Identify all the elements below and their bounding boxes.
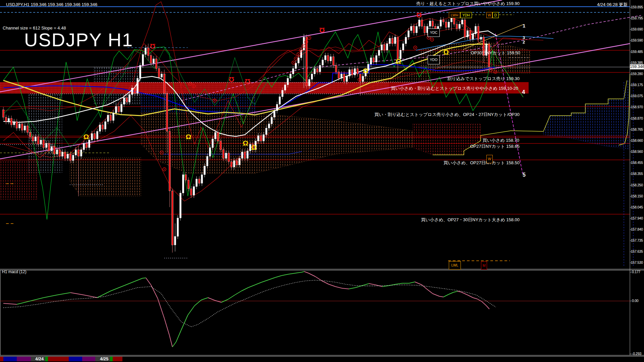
price-axis-label[interactable]: 158.355 (631, 172, 643, 176)
omega-marker-yellow: Ω (363, 67, 369, 74)
page-title: USDJPY H1 (24, 29, 133, 51)
omega-marker-red: Ω (150, 43, 156, 50)
omega-marker-yellow: Ω (396, 57, 401, 65)
price-axis-label[interactable]: 157.530 (631, 260, 643, 265)
price-axis-label[interactable]: 158.970 (631, 105, 643, 109)
chart-canvas[interactable]: ΩΩΩΩΩΩΩΩΩΩΩΩ (0, 0, 644, 362)
wave-numeral-4: 4 (522, 89, 525, 96)
object-label-w: W (486, 155, 493, 163)
ichimoku-cloud-blue (543, 80, 629, 149)
price-axis-label[interactable]: 157.735 (631, 238, 643, 243)
object-label-ydh: YDH (460, 12, 472, 18)
ichimoku-cloud-red (0, 161, 37, 199)
price-axis-label[interactable]: 159.075 (631, 94, 643, 98)
timeline-date-label: 4/24 (35, 357, 44, 361)
annotation-buy-15850: 買い小さめ、OP27日NYカット 158.50 (443, 160, 520, 166)
price-axis-label[interactable]: 158.660 (631, 138, 643, 143)
object-label-ydc: YDC (428, 28, 440, 37)
object-label-lwh: LWH (449, 12, 460, 18)
annotation-band-1591020: 買い小さめ・割り込むとストップロス売りやや小さめ 159.10-20 (391, 86, 518, 91)
macd-axis-label[interactable]: -0.293 (632, 352, 641, 356)
price-axis-label[interactable]: 159.590 (631, 38, 643, 43)
omega-marker-red: Ω (245, 78, 251, 85)
ichimoku-cloud-orange (141, 113, 413, 173)
price-axis-label[interactable]: 157.635 (631, 249, 643, 254)
macd-title: H1 macd (12) (2, 269, 26, 274)
timeline-segment (0, 357, 3, 361)
object-label-d: D (492, 12, 499, 18)
omega-marker-yellow: Ω (243, 139, 249, 147)
timeline-segment (110, 357, 113, 361)
timeline-segment (17, 357, 31, 361)
omega-marker-red: Ω (319, 26, 325, 34)
price-axis-label[interactable]: 159.175 (631, 83, 643, 87)
annotation-buy-15870: 買い小さめ 158.70 (483, 138, 519, 143)
wave-numeral-1: 1 (523, 23, 525, 28)
price-axis-label[interactable]: 158.765 (631, 127, 643, 132)
timeline-segment (3, 357, 17, 361)
price-axis-label[interactable]: 158.150 (631, 194, 643, 198)
price-axis-label[interactable]: 158.045 (631, 205, 643, 209)
object-label-w: W (486, 12, 492, 18)
price-axis-label[interactable]: 157.940 (631, 216, 643, 221)
price-axis-label[interactable]: 158.560 (631, 149, 643, 154)
omega-marker-yellow: Ω (251, 143, 257, 151)
timeline-segment (48, 357, 69, 361)
timeline-segment (122, 357, 630, 361)
price-axis-label[interactable]: 157.840 (631, 227, 643, 232)
macd-axis-label[interactable]: 0.177 (632, 270, 640, 274)
object-label-m: M (481, 261, 487, 269)
price-axis-label[interactable]: 158.455 (631, 161, 643, 165)
wave-numeral-2: 2 (523, 40, 525, 45)
annotation-sell-above: 売り・超えるとストップロス買いやや小さめ 159.90 (416, 1, 520, 6)
macd-line (3, 272, 489, 347)
updated-timestamp: 4/24 06:28 更新 (597, 2, 628, 8)
timeline-segment (82, 357, 95, 361)
symbol-info-line: USDJPY,H1 159.346 159.346 159.346 159.34… (6, 2, 97, 7)
annotation-buy-15800: 買い小さめ、OP27・30日NYカット大きめ 158.00 (421, 217, 520, 223)
price-axis-label[interactable]: 159.485 (631, 50, 643, 54)
omega-marker-yellow: Ω (186, 133, 192, 140)
ichimoku-cloud-red (413, 124, 481, 155)
timeline-bar: 4/244/25 (0, 357, 644, 362)
price-axis-label[interactable]: 159.690 (631, 27, 643, 32)
timeline-segment (69, 357, 82, 361)
wave-numeral-5: 5 (523, 172, 526, 178)
price-axis-label[interactable]: 158.250 (631, 183, 643, 187)
price-axis-label[interactable]: 159.895 (631, 5, 643, 9)
annotation-stop-15930: 割り込みでストップロス売り 159.30 (447, 76, 520, 81)
ichimoku-cloud-orange (70, 158, 141, 196)
annotation-op27-15865: OP27日NYカット 158.65 (470, 144, 520, 149)
timeline-segment (45, 357, 48, 361)
price-axis-label[interactable]: 159.280 (631, 72, 643, 76)
omega-marker-yellow: Ω (84, 133, 89, 140)
macd-axis-label[interactable]: 0.00 (632, 299, 638, 303)
chart-window: ΩΩΩΩΩΩΩΩΩΩΩΩ USDJPY,H1 159.346 159.346 1… (0, 0, 644, 362)
timeline-date-label: 4/25 (100, 357, 108, 361)
timeline-segment (113, 357, 122, 361)
annotation-op24-27: 買い・割り込むとストップロス売り小さめ、OP24・27日NYカット/OP30 (375, 112, 520, 117)
annotation-op30-15950: OP30日NYカット 159.50 (471, 50, 520, 56)
omega-marker-yellow: Ω (443, 48, 449, 56)
object-label-ydo: YDO (428, 55, 440, 64)
current-price-box: 159.346 (630, 64, 644, 69)
price-axis-label[interactable]: 158.870 (631, 116, 643, 121)
object-label-lwl: LWL (449, 261, 461, 269)
price-axis-label[interactable]: 159.795 (631, 16, 643, 20)
